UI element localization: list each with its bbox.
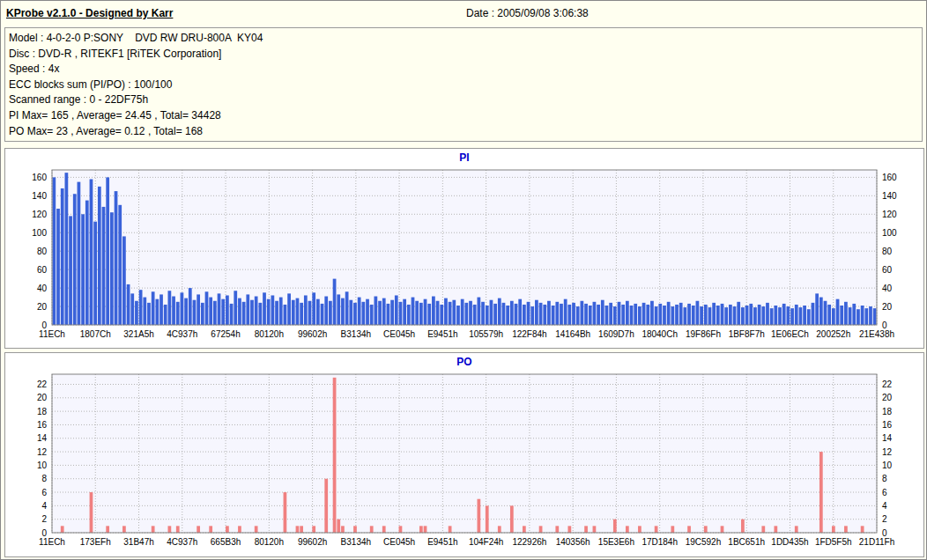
svg-text:31B47h: 31B47h <box>123 537 153 547</box>
svg-text:4: 4 <box>882 501 887 511</box>
svg-text:0: 0 <box>882 321 887 330</box>
po-chart-title: PO <box>5 353 923 369</box>
svg-text:20: 20 <box>882 393 893 402</box>
svg-text:6: 6 <box>41 488 47 497</box>
svg-text:E9451h: E9451h <box>427 329 457 339</box>
svg-text:15E3E6h: 15E3E6h <box>598 537 634 547</box>
scan-date: Date : 2005/09/08 3:06:38 <box>466 7 589 19</box>
svg-text:120: 120 <box>32 210 47 219</box>
svg-text:E9451h: E9451h <box>427 537 457 547</box>
svg-text:14164Bh: 14164Bh <box>555 329 590 339</box>
svg-text:1E06ECh: 1E06ECh <box>771 329 809 339</box>
info-speed: Speed : 4x <box>9 62 922 77</box>
po-chart-panel: PO 0022446688101012121414161618182020222… <box>4 352 924 557</box>
scan-info-box: Model : 4-0-2-0 P:SONY DVD RW DRU-800A K… <box>4 27 923 142</box>
svg-text:21D11Fh: 21D11Fh <box>859 537 894 547</box>
svg-text:16: 16 <box>882 420 893 430</box>
svg-text:10: 10 <box>882 461 893 470</box>
svg-text:100: 100 <box>882 228 897 238</box>
svg-text:19C592h: 19C592h <box>686 537 722 547</box>
svg-text:80: 80 <box>37 247 48 256</box>
svg-text:173EFh: 173EFh <box>80 537 111 547</box>
svg-text:12: 12 <box>882 447 893 457</box>
svg-text:2: 2 <box>41 514 47 524</box>
pi-chart-panel: PI 0020204040606080801001001201201401401… <box>4 148 924 349</box>
svg-text:11ECh: 11ECh <box>39 537 65 547</box>
svg-text:105579h: 105579h <box>469 329 503 339</box>
svg-text:CE045h: CE045h <box>383 329 415 339</box>
svg-text:40: 40 <box>882 284 893 293</box>
info-disc: Disc : DVD-R , RITEKF1 [RiTEK Corporatio… <box>9 47 922 63</box>
app-title: KProbe v2.1.0 - Designed by Karr <box>6 7 173 19</box>
svg-text:2: 2 <box>882 514 887 524</box>
svg-text:18: 18 <box>37 407 48 416</box>
pi-chart-title: PI <box>5 149 923 165</box>
svg-text:B3134h: B3134h <box>341 537 371 547</box>
svg-text:100: 100 <box>32 228 47 238</box>
svg-text:1BC651h: 1BC651h <box>728 537 765 547</box>
svg-text:21E438h: 21E438h <box>859 329 894 339</box>
svg-text:80: 80 <box>882 247 893 256</box>
svg-text:22: 22 <box>37 379 48 389</box>
svg-text:140356h: 140356h <box>556 537 590 547</box>
svg-text:8: 8 <box>882 474 887 483</box>
svg-text:4: 4 <box>41 501 47 511</box>
svg-text:40: 40 <box>37 284 48 293</box>
svg-text:160: 160 <box>32 173 47 182</box>
svg-text:B3134h: B3134h <box>341 329 371 339</box>
svg-text:1DD435h: 1DD435h <box>771 537 808 547</box>
svg-text:99602h: 99602h <box>298 329 327 339</box>
svg-text:14: 14 <box>882 433 893 443</box>
svg-text:60: 60 <box>37 265 48 275</box>
po-chart: 0022446688101012121414161618182020222211… <box>6 369 923 552</box>
svg-text:20: 20 <box>37 302 48 312</box>
svg-text:140: 140 <box>882 191 897 201</box>
svg-text:122F84h: 122F84h <box>512 329 546 339</box>
info-po-summary: PO Max= 23 , Average= 0.12 , Total= 168 <box>9 124 922 140</box>
svg-text:80120h: 80120h <box>255 329 284 339</box>
svg-text:321A5h: 321A5h <box>123 329 153 339</box>
svg-text:120: 120 <box>882 210 897 219</box>
svg-text:14: 14 <box>37 433 48 443</box>
svg-text:200252h: 200252h <box>816 329 850 339</box>
svg-text:17D184h: 17D184h <box>641 537 678 547</box>
svg-text:80120h: 80120h <box>255 537 284 547</box>
info-scanned-range: Scanned range : 0 - 22DF75h <box>9 92 922 108</box>
svg-text:10: 10 <box>37 461 48 470</box>
svg-text:1807Ch: 1807Ch <box>80 329 111 339</box>
info-ecc-blocks: ECC blocks sum (PI/PO) : 100/100 <box>9 77 922 93</box>
svg-text:0: 0 <box>41 528 47 538</box>
svg-text:6: 6 <box>882 488 887 497</box>
svg-text:99602h: 99602h <box>298 537 327 547</box>
svg-text:1609D7h: 1609D7h <box>598 329 634 339</box>
kprobe-window: KProbe v2.1.0 - Designed by Karr Date : … <box>0 0 927 560</box>
info-model: Model : 4-0-2-0 P:SONY DVD RW DRU-800A K… <box>9 31 922 47</box>
svg-text:20: 20 <box>37 393 48 402</box>
svg-text:4C937h: 4C937h <box>167 537 197 547</box>
svg-text:CE045h: CE045h <box>383 537 415 547</box>
svg-text:122926h: 122926h <box>512 537 546 547</box>
svg-text:18040Ch: 18040Ch <box>641 329 678 339</box>
svg-text:1BF8F7h: 1BF8F7h <box>729 329 765 339</box>
svg-text:160: 160 <box>882 173 897 182</box>
svg-text:67254h: 67254h <box>211 329 240 339</box>
svg-text:18: 18 <box>882 407 893 416</box>
pi-chart: 0020204040606080801001001201201401401601… <box>6 165 923 344</box>
svg-text:16: 16 <box>37 420 48 430</box>
svg-text:11ECh: 11ECh <box>39 329 65 339</box>
info-pi-summary: PI Max= 165 , Average= 24.45 , Total= 34… <box>9 108 922 124</box>
svg-text:60: 60 <box>882 265 893 275</box>
svg-text:19F86Fh: 19F86Fh <box>686 329 721 339</box>
svg-text:140: 140 <box>32 191 47 201</box>
svg-text:104F24h: 104F24h <box>469 537 503 547</box>
svg-text:665B3h: 665B3h <box>211 537 241 547</box>
svg-text:0: 0 <box>41 321 47 330</box>
svg-text:22: 22 <box>882 379 893 389</box>
svg-text:0: 0 <box>882 528 887 538</box>
svg-text:8: 8 <box>41 474 47 483</box>
svg-text:20: 20 <box>882 302 893 312</box>
svg-text:1FD5F5h: 1FD5F5h <box>815 537 852 547</box>
svg-text:4C937h: 4C937h <box>167 329 197 339</box>
svg-text:12: 12 <box>37 447 48 457</box>
